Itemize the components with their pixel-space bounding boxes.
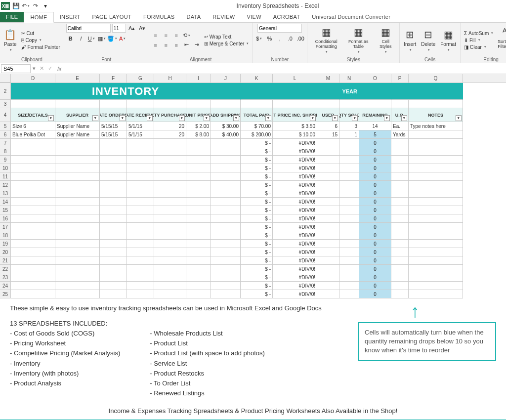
cell[interactable] <box>391 181 409 189</box>
cell[interactable] <box>186 156 211 164</box>
fx-icon[interactable]: fx <box>54 66 65 72</box>
cell[interactable] <box>317 164 339 172</box>
cell[interactable] <box>11 248 55 256</box>
column-header-10[interactable]: QTY SOLD <box>339 108 359 122</box>
cell[interactable]: 0 <box>359 189 391 198</box>
cell[interactable]: 5/15/15 <box>100 130 127 139</box>
save-icon[interactable]: 💾 <box>12 2 20 10</box>
row-header[interactable]: 8 <box>0 147 11 156</box>
cell[interactable] <box>186 198 211 206</box>
cell[interactable] <box>154 198 186 206</box>
cell[interactable] <box>154 273 186 282</box>
cell[interactable] <box>127 100 154 108</box>
cell[interactable]: $ 8.00 <box>186 130 211 139</box>
cell[interactable]: Ea. <box>391 122 409 130</box>
cell[interactable] <box>154 214 186 223</box>
cell[interactable] <box>11 164 55 172</box>
cell[interactable] <box>211 156 241 164</box>
cell[interactable] <box>409 181 463 189</box>
name-box-dropdown-icon[interactable]: ▾ <box>31 65 38 72</box>
cell[interactable] <box>211 223 241 231</box>
cell[interactable] <box>391 273 409 282</box>
cell[interactable] <box>11 189 55 198</box>
cell[interactable] <box>55 172 100 181</box>
cell[interactable]: Supplier Name <box>55 122 100 130</box>
cell[interactable]: 0 <box>359 164 391 172</box>
clear-button[interactable]: ◨Clear <box>463 44 495 50</box>
delete-cells-button[interactable]: ⊟Delete <box>419 28 437 53</box>
tab-universal[interactable]: Universal Document Converter <box>306 12 396 22</box>
row-header[interactable]: 23 <box>0 273 11 282</box>
cell[interactable] <box>211 265 241 273</box>
cell[interactable] <box>11 265 55 273</box>
col-header-F[interactable]: F <box>100 74 127 83</box>
font-color-button[interactable]: A <box>118 34 127 43</box>
cell[interactable]: 20 <box>154 130 186 139</box>
cell[interactable]: 20 <box>154 122 186 130</box>
cell[interactable]: #DIV/0! <box>273 206 317 214</box>
cell[interactable] <box>339 273 359 282</box>
enter-icon[interactable]: ✓ <box>46 65 54 72</box>
cell[interactable] <box>317 240 339 248</box>
cell[interactable] <box>317 181 339 189</box>
cell[interactable]: Blue Polka Dot <box>11 130 55 139</box>
paste-button[interactable]: 📋Paste <box>2 28 19 53</box>
cell[interactable] <box>55 265 100 273</box>
cell[interactable] <box>11 214 55 223</box>
cell[interactable] <box>127 147 154 156</box>
cell[interactable] <box>409 164 463 172</box>
cell[interactable]: $ - <box>241 139 273 147</box>
cell[interactable] <box>339 189 359 198</box>
cell[interactable]: #DIV/0! <box>273 290 317 298</box>
cell[interactable] <box>391 223 409 231</box>
cell[interactable] <box>317 248 339 256</box>
cell[interactable] <box>55 206 100 214</box>
cell[interactable] <box>317 198 339 206</box>
autosum-button[interactable]: ΣAutoSum <box>463 30 495 37</box>
cell[interactable] <box>317 147 339 156</box>
cell[interactable]: Type notes here <box>409 122 463 130</box>
cell[interactable] <box>409 130 463 139</box>
cell[interactable] <box>127 290 154 298</box>
cell[interactable]: $ 2.00 <box>186 122 211 130</box>
cell[interactable] <box>100 189 127 198</box>
tab-view[interactable]: VIEW <box>241 12 267 22</box>
cell[interactable] <box>186 164 211 172</box>
row-header[interactable]: 11 <box>0 172 11 181</box>
cell[interactable] <box>339 172 359 181</box>
cell[interactable]: $ - <box>241 214 273 223</box>
cell[interactable] <box>186 248 211 256</box>
cell[interactable] <box>100 172 127 181</box>
cell[interactable] <box>339 147 359 156</box>
cell[interactable] <box>409 198 463 206</box>
cell[interactable]: 5/1/15 <box>127 130 154 139</box>
cell[interactable]: #DIV/0! <box>273 240 317 248</box>
cell[interactable]: Size 6 <box>11 122 55 130</box>
cell[interactable] <box>211 214 241 223</box>
cell[interactable] <box>11 198 55 206</box>
column-header-7[interactable]: TOTAL PAID <box>241 108 273 122</box>
cell[interactable] <box>339 256 359 265</box>
cell[interactable] <box>391 206 409 214</box>
font-size-select[interactable] <box>112 24 126 33</box>
cell[interactable] <box>55 282 100 290</box>
row-header[interactable]: 7 <box>0 139 11 147</box>
cell[interactable] <box>317 156 339 164</box>
cell[interactable] <box>100 156 127 164</box>
cell[interactable] <box>100 198 127 206</box>
row-header[interactable]: 22 <box>0 265 11 273</box>
cell[interactable] <box>100 164 127 172</box>
cell[interactable] <box>127 265 154 273</box>
cell[interactable] <box>391 156 409 164</box>
cell[interactable] <box>317 214 339 223</box>
fill-color-button[interactable]: 🪣 <box>108 34 117 43</box>
number-format-select[interactable] <box>257 24 302 33</box>
cell[interactable] <box>11 139 55 147</box>
align-top-icon[interactable]: ≡ <box>151 31 160 40</box>
cell[interactable]: $ - <box>241 248 273 256</box>
cell[interactable]: #DIV/0! <box>273 231 317 240</box>
cell[interactable] <box>317 265 339 273</box>
tab-home[interactable]: HOME <box>24 12 53 23</box>
cell[interactable] <box>100 265 127 273</box>
cell[interactable] <box>11 240 55 248</box>
